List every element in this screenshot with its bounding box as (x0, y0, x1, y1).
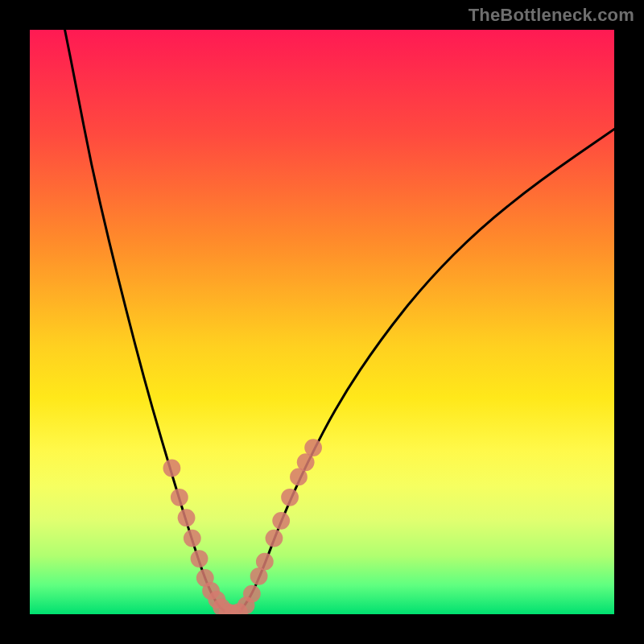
watermark-text: TheBottleneck.com (469, 5, 634, 26)
curve-right (240, 129, 614, 611)
data-point-left-1 (171, 489, 188, 506)
data-point-left-3 (184, 530, 201, 547)
data-point-right-1 (243, 585, 261, 603)
data-point-right-9 (304, 439, 322, 456)
curve-left (65, 30, 225, 611)
data-point-left-4 (191, 550, 208, 568)
chart-frame: TheBottleneck.com (0, 0, 644, 644)
data-point-right-5 (272, 512, 290, 530)
data-point-left-2 (178, 509, 196, 526)
chart-svg (30, 30, 614, 614)
data-point-right-4 (266, 530, 283, 547)
chart-plot-area (30, 30, 614, 614)
data-point-right-6 (281, 489, 299, 506)
data-point-right-3 (256, 553, 274, 571)
data-point-left-0 (163, 460, 181, 477)
curve-group (65, 30, 614, 611)
